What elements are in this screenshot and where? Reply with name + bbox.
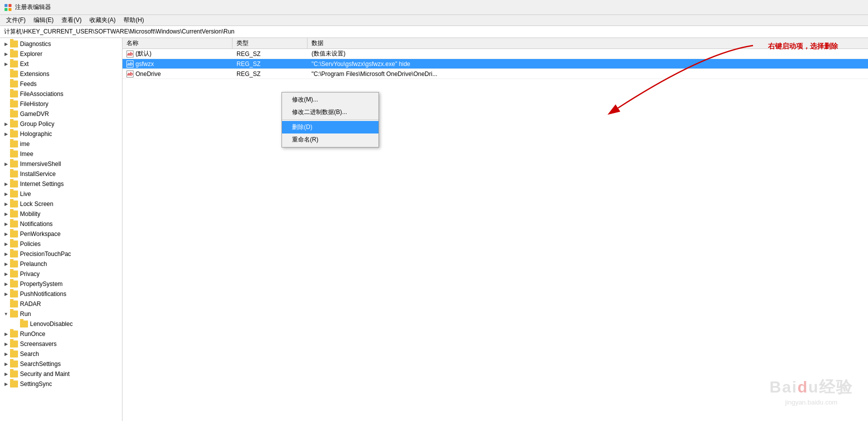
svg-rect-2 bbox=[4, 8, 8, 11]
tree-item-radar[interactable]: RADAR bbox=[0, 299, 122, 309]
menu-file[interactable]: 文件(F) bbox=[2, 15, 30, 26]
tree-item-mobility[interactable]: ▶ Mobility bbox=[0, 209, 122, 219]
tree-item-penworkspace[interactable]: ▶ PenWorkspace bbox=[0, 229, 122, 239]
tree-item-searchsettings[interactable]: ▶ SearchSettings bbox=[0, 359, 122, 369]
reg-icon: ab bbox=[126, 70, 134, 78]
app-icon bbox=[4, 4, 12, 12]
tree-item-fileassociations[interactable]: FileAssociations bbox=[0, 89, 122, 99]
reg-icon: ab bbox=[126, 60, 134, 68]
tree-item-run[interactable]: ▼ Run bbox=[0, 309, 122, 319]
chevron-icon: ▶ bbox=[2, 120, 10, 128]
tree-item-precisiontouchpac[interactable]: ▶ PrecisionTouchPac bbox=[0, 249, 122, 259]
chevron-icon: ▶ bbox=[2, 220, 10, 228]
tree-panel[interactable]: ▶ Diagnostics ▶ Explorer ▶ Ext Extension… bbox=[0, 38, 122, 421]
tree-item-filehistory[interactable]: FileHistory bbox=[0, 99, 122, 109]
chevron-icon bbox=[2, 140, 10, 148]
folder-icon bbox=[10, 110, 18, 118]
tree-item-search[interactable]: ▶ Search bbox=[0, 349, 122, 359]
menu-favorites[interactable]: 收藏夹(A) bbox=[86, 15, 120, 26]
chevron-icon bbox=[2, 150, 10, 158]
tree-item-live[interactable]: ▶ Live bbox=[0, 189, 122, 199]
col-header-name[interactable]: 名称 bbox=[122, 38, 232, 48]
chevron-icon: ▶ bbox=[2, 160, 10, 168]
cell-data-gsfwzx: "C:\ServYou\gsfwzx\gsfwzx.exe" hide bbox=[308, 60, 868, 68]
cell-data-default: (数值未设置) bbox=[308, 48, 868, 59]
tree-item-ext[interactable]: ▶ Ext bbox=[0, 59, 122, 69]
tree-item-installservice[interactable]: InstallService bbox=[0, 169, 122, 179]
tree-item-privacy[interactable]: ▶ Privacy bbox=[0, 269, 122, 279]
window-title: 注册表编辑器 bbox=[15, 3, 51, 12]
tree-label: Feeds bbox=[20, 80, 36, 88]
ctx-separator bbox=[282, 120, 378, 120]
main-layout: ▶ Diagnostics ▶ Explorer ▶ Ext Extension… bbox=[0, 38, 868, 421]
tree-label: PushNotifications bbox=[20, 290, 66, 298]
tree-item-lockscreen[interactable]: ▶ Lock Screen bbox=[0, 199, 122, 209]
tree-item-prelaunch[interactable]: ▶ Prelaunch bbox=[0, 259, 122, 269]
col-header-data[interactable]: 数据 bbox=[308, 38, 868, 48]
tree-item-explorer[interactable]: ▶ Explorer bbox=[0, 49, 122, 59]
tree-item-notifications[interactable]: ▶ Notifications bbox=[0, 219, 122, 229]
menu-view[interactable]: 查看(V) bbox=[58, 15, 86, 26]
tree-item-imee[interactable]: Imee bbox=[0, 149, 122, 159]
tree-label: Imee bbox=[20, 150, 34, 158]
table-row[interactable]: ab (默认) REG_SZ (数值未设置) bbox=[122, 49, 868, 59]
tree-label: Run bbox=[20, 310, 31, 318]
tree-item-runonce[interactable]: ▶ RunOnce bbox=[0, 329, 122, 339]
menu-help[interactable]: 帮助(H) bbox=[120, 15, 148, 26]
cell-name-default: ab (默认) bbox=[122, 48, 232, 59]
tree-item-securityandmaint[interactable]: ▶ Security and Maint bbox=[0, 369, 122, 379]
chevron-icon bbox=[2, 170, 10, 178]
context-menu: 修改(M)... 修改二进制数据(B)... 删除(D) 重命名(R) bbox=[282, 92, 379, 148]
ctx-modify-binary[interactable]: 修改二进制数据(B)... bbox=[282, 106, 378, 118]
tree-item-holographic[interactable]: ▶ Holographic bbox=[0, 129, 122, 139]
chevron-icon: ▶ bbox=[2, 50, 10, 58]
tree-label: PenWorkspace bbox=[20, 230, 60, 238]
tree-item-gamedvr[interactable]: GameDVR bbox=[0, 109, 122, 119]
svg-rect-3 bbox=[8, 8, 12, 11]
tree-item-extensions[interactable]: Extensions bbox=[0, 69, 122, 79]
folder-icon bbox=[10, 130, 18, 138]
folder-icon bbox=[10, 60, 18, 68]
table-row-onedrive[interactable]: ab OneDrive REG_SZ "C:\Program Files\Mic… bbox=[122, 69, 868, 79]
col-header-type[interactable]: 类型 bbox=[232, 38, 308, 48]
chevron-icon: ▶ bbox=[2, 260, 10, 268]
tree-item-grouppolicy[interactable]: ▶ Group Policy bbox=[0, 119, 122, 129]
tree-item-propertysystem[interactable]: ▶ PropertySystem bbox=[0, 279, 122, 289]
folder-icon bbox=[10, 230, 18, 238]
tree-item-screensavers[interactable]: ▶ Screensavers bbox=[0, 339, 122, 349]
cell-type-gsfwzx: REG_SZ bbox=[232, 60, 308, 68]
tree-label: SettingSync bbox=[20, 380, 52, 388]
tree-item-pushnotifications[interactable]: ▶ PushNotifications bbox=[0, 289, 122, 299]
svg-rect-1 bbox=[8, 4, 12, 7]
tree-label: Diagnostics bbox=[20, 40, 51, 48]
folder-icon bbox=[10, 190, 18, 198]
chevron-icon bbox=[2, 110, 10, 118]
tree-item-internetsettings[interactable]: ▶ Internet Settings bbox=[0, 179, 122, 189]
chevron-icon: ▶ bbox=[2, 230, 10, 238]
folder-icon bbox=[10, 100, 18, 108]
folder-icon bbox=[10, 180, 18, 188]
tree-item-policies[interactable]: ▶ Policies bbox=[0, 239, 122, 249]
tree-item-immersiveshell[interactable]: ▶ ImmersiveShell bbox=[0, 159, 122, 169]
tree-item-settingsync[interactable]: ▶ SettingSync bbox=[0, 379, 122, 389]
ctx-rename[interactable]: 重命名(R) bbox=[282, 134, 378, 146]
chevron-icon: ▶ bbox=[2, 290, 10, 298]
tree-label: ImmersiveShell bbox=[20, 160, 61, 168]
tree-item-ime[interactable]: ime bbox=[0, 139, 122, 149]
folder-icon bbox=[10, 200, 18, 208]
menu-edit[interactable]: 编辑(E) bbox=[30, 15, 58, 26]
folder-icon bbox=[10, 350, 18, 358]
folder-icon bbox=[10, 370, 18, 378]
tree-item-diagnostics[interactable]: ▶ Diagnostics bbox=[0, 39, 122, 49]
tree-label: FileHistory bbox=[20, 100, 48, 108]
ctx-modify[interactable]: 修改(M)... bbox=[282, 94, 378, 106]
folder-icon bbox=[10, 160, 18, 168]
tree-label: Live bbox=[20, 190, 31, 198]
ctx-delete[interactable]: 删除(D) bbox=[282, 121, 378, 134]
table-row-gsfwzx[interactable]: ab gsfwzx REG_SZ "C:\ServYou\gsfwzx\gsfw… bbox=[122, 59, 868, 69]
tree-item-feeds[interactable]: Feeds bbox=[0, 79, 122, 89]
tree-item-lenovodisablec[interactable]: LenovoDisablec bbox=[0, 319, 122, 329]
chevron-icon: ▶ bbox=[2, 250, 10, 258]
tree-label: Search bbox=[20, 350, 39, 358]
tree-label: Holographic bbox=[20, 130, 52, 138]
